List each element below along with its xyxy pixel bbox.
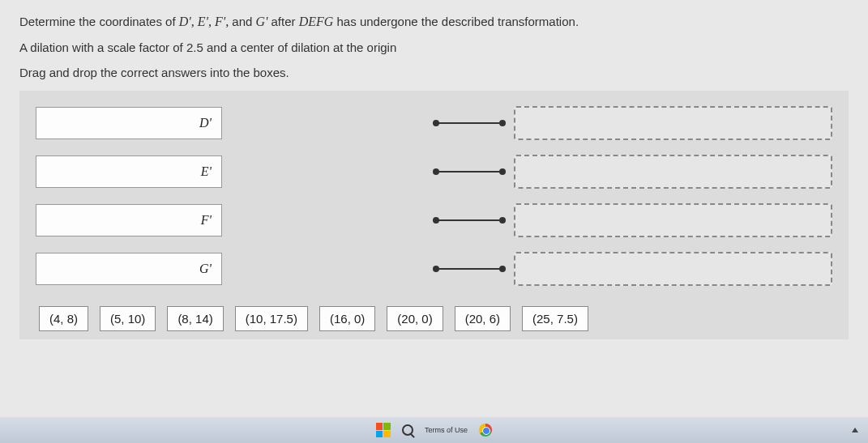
work-area: D' E' F' G' (4, 8) (5, 10) (8, 14) (19, 91, 849, 339)
system-tray (852, 428, 858, 432)
windows-start-icon[interactable] (376, 423, 391, 437)
text: and (232, 15, 255, 28)
spacer (222, 107, 425, 139)
choice-item[interactable]: (8, 14) (167, 306, 223, 331)
question-content: Determine the coordinates of D', E', F',… (0, 0, 868, 339)
search-icon[interactable] (402, 424, 413, 436)
drop-zone-e[interactable] (514, 155, 832, 189)
label-f-prime: F' (36, 204, 222, 236)
connector (433, 218, 506, 223)
choice-item[interactable]: (20, 0) (387, 306, 443, 331)
tray-overflow-icon[interactable] (852, 428, 858, 432)
terms-link[interactable]: Terms of Use (425, 427, 468, 434)
instruction-line-3: Drag and drop the correct answers into t… (19, 66, 849, 79)
text: has undergone the described transformati… (337, 15, 579, 28)
shape-defg: DEFG (299, 15, 334, 28)
choice-item[interactable]: (10, 17.5) (235, 306, 308, 331)
choice-item[interactable]: (5, 10) (100, 306, 156, 331)
answer-row-g: G' (36, 251, 832, 287)
spacer (222, 155, 425, 188)
instruction-line-1: Determine the coordinates of D', E', F',… (19, 15, 849, 29)
taskbar: Terms of Use (0, 417, 868, 443)
var-g-prime: G' (256, 15, 272, 28)
chrome-icon[interactable] (479, 424, 492, 437)
choice-item[interactable]: (16, 0) (319, 306, 375, 331)
choice-item[interactable]: (4, 8) (39, 306, 88, 331)
vars-defg-prime: D', E', F', (179, 15, 229, 28)
connector (433, 121, 506, 126)
label-e-prime: E' (36, 155, 222, 188)
instruction-line-2: A dilation with a scale factor of 2.5 an… (19, 40, 849, 54)
choice-item[interactable]: (25, 7.5) (522, 306, 588, 331)
drop-zone-d[interactable] (514, 106, 832, 140)
answer-row-e: E' (36, 154, 832, 190)
choice-item[interactable]: (20, 6) (455, 306, 511, 331)
drop-zone-g[interactable] (514, 252, 832, 286)
connector (433, 266, 506, 271)
spacer (222, 204, 425, 236)
text: Determine the coordinates of (19, 15, 179, 28)
answer-row-f: F' (36, 202, 832, 238)
answer-row-d: D' (36, 105, 832, 141)
text: after (272, 15, 299, 28)
spacer (222, 253, 425, 285)
label-g-prime: G' (36, 253, 222, 285)
label-d-prime: D' (36, 107, 222, 139)
answer-choices: (4, 8) (5, 10) (8, 14) (10, 17.5) (16, 0… (36, 306, 832, 331)
connector (433, 169, 506, 174)
drop-zone-f[interactable] (514, 203, 832, 237)
